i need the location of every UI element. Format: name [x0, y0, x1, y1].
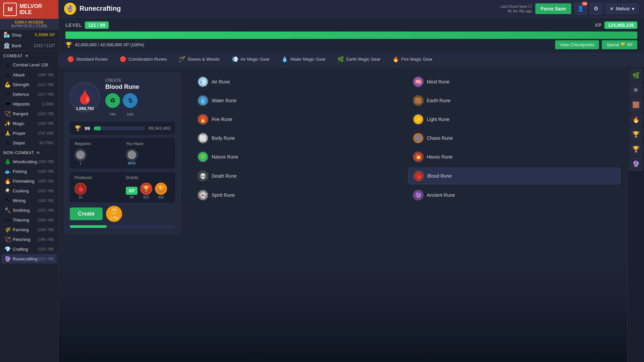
- xp-label: XP: [595, 22, 602, 28]
- rune-item-chaos-rune[interactable]: 🌀 Chaos Rune: [408, 130, 621, 146]
- settings-button[interactable]: ⚙: [590, 3, 602, 15]
- right-sidebar-btn-trophy2[interactable]: 🏆: [629, 142, 643, 156]
- sidebar-item-mining[interactable]: ⛏ Mining (126 / 99): [1, 196, 57, 205]
- user-menu-button[interactable]: ✕ Melvor ▾: [605, 4, 639, 14]
- right-sidebar-btn-earth[interactable]: 🟫: [629, 98, 643, 112]
- rune-item-fire-rune[interactable]: 🔥 Fire Rune: [193, 111, 406, 127]
- sidebar-item-runecrafting[interactable]: 🔮 Runecrafting (121 / 99): [1, 254, 57, 263]
- rune-name: Fire Rune: [212, 117, 232, 122]
- rune-icon: 💧: [198, 95, 208, 106]
- sidebar-item-defence[interactable]: 🛡 Defence (117 / 99): [1, 89, 57, 99]
- rune-name: Chaos Rune: [427, 135, 453, 141]
- rune-item-havoc-rune[interactable]: 💥 Havoc Rune: [408, 149, 621, 165]
- bank-slots: 1112 / 1127: [34, 43, 55, 48]
- skill-icon: ⚔: [5, 140, 11, 146]
- tab-staves-&-wands[interactable]: 🪄 Staves & Wands: [173, 53, 225, 67]
- tab-combination-runes[interactable]: 🔴 Combination Runes: [114, 53, 172, 67]
- version-label: ALPHA V0.22.1 (71183): [3, 24, 56, 28]
- skill-label: Farming: [13, 227, 29, 232]
- skill-levels: (732,195): [38, 131, 54, 135]
- right-sidebar-btn-trophy[interactable]: 🏆: [629, 127, 643, 141]
- rune-item-light-rune[interactable]: ✨ Light Rune: [408, 111, 621, 127]
- right-sidebar-btn-fire[interactable]: 🔥: [629, 113, 643, 127]
- skill-icon: 🗝: [5, 217, 11, 223]
- sidebar-item-firemaking[interactable]: 🔥 Firemaking (109 / 99): [1, 176, 57, 186]
- skill-icon: 🔮: [5, 256, 11, 262]
- right-sidebar-btn-ice[interactable]: ❄: [629, 83, 643, 97]
- notifications-button[interactable]: 👤 18: [575, 3, 587, 15]
- skill-levels: (131 / 99): [38, 208, 54, 212]
- skill-levels: (140 / 99): [38, 228, 54, 232]
- sidebar-item-bank[interactable]: 🏦 Bank 1112 / 1127: [0, 40, 58, 51]
- skill-levels: (125 / 99): [38, 169, 54, 173]
- create-button[interactable]: Create: [70, 207, 103, 220]
- tab-icon: 🔴: [67, 56, 74, 62]
- sidebar-item-combat-level[interactable]: ⚔ Combat Level 126: [1, 60, 57, 69]
- rune-item-earth-rune[interactable]: 🟫 Earth Rune: [408, 93, 621, 109]
- you-have-item[interactable]: 997K: [126, 149, 138, 165]
- grant-trophy2-icon: 🏆: [155, 183, 167, 195]
- sidebar-item-thieving[interactable]: 🗝 Thieving (109 / 99): [1, 215, 57, 225]
- tab-air-magic-gear[interactable]: 💨 Air Magic Gear: [226, 53, 275, 67]
- req-item[interactable]: 1: [74, 149, 87, 165]
- recycle-pct: 74%: [109, 113, 116, 116]
- sidebar-item-smithing[interactable]: 🔨 Smithing (131 / 99): [1, 205, 57, 215]
- combat-visibility-toggle[interactable]: 👁: [25, 54, 29, 58]
- sidebar-item-magic[interactable]: ✨ Magic (118 / 99): [1, 119, 57, 128]
- arrows-button[interactable]: ⇅: [123, 93, 138, 108]
- sidebar-item-crafting[interactable]: 💎 Crafting (120 / 99): [1, 244, 57, 254]
- create-timer-button[interactable]: ⏱ 1.70s: [106, 206, 122, 222]
- craft-item-count: 1,066,793: [76, 106, 94, 111]
- sidebar-item-cooking[interactable]: 🍳 Cooking (122 / 99): [1, 186, 57, 195]
- view-checkpoints-button[interactable]: View Checkpoints: [555, 40, 599, 49]
- craft-item-icon: 🩸: [76, 89, 93, 105]
- sidebar-item-hitpoints[interactable]: ❤ Hitpoints (1,000): [1, 99, 57, 109]
- sidebar-item-woodcutting[interactable]: 🌲 Woodcutting (134 / 99): [1, 157, 57, 166]
- logo[interactable]: M: [3, 3, 17, 16]
- rune-item-air-rune[interactable]: 💨 Air Rune: [193, 74, 406, 90]
- early-access-label: EARLY ACCESS: [3, 20, 56, 24]
- shop-label: Shop: [11, 33, 21, 38]
- skill-icon: ⛏: [5, 197, 11, 203]
- tab-earth-magic-gear[interactable]: 🌿 Earth Magic Gear: [332, 53, 386, 67]
- tab-label: Earth Magic Gear: [346, 57, 380, 62]
- skill-header: LEVEL 121 / 99 XP 124,969,106 🏆 42,000,0…: [59, 17, 644, 53]
- spend-xp-button[interactable]: Spend 🏆 XP: [602, 40, 637, 49]
- rune-item-water-rune[interactable]: 💧 Water Rune: [193, 93, 406, 109]
- rune-item-blood-rune[interactable]: 🩸 Blood Rune: [408, 168, 621, 184]
- sidebar-item-slayer[interactable]: ⚔ Slayer (6,775K): [1, 138, 57, 147]
- sidebar-item-attack[interactable]: ⚔ Attack (108 / 99): [1, 70, 57, 79]
- rune-item-mind-rune[interactable]: 🧠 Mind Rune: [408, 74, 621, 90]
- requires-label: Requires:: [74, 141, 119, 146]
- sidebar-item-shop[interactable]: 🏪 Shop 9,399M GP: [0, 29, 58, 40]
- level-label: LEVEL: [65, 22, 82, 28]
- tab-standard-runes[interactable]: 🔴 Standard Runes: [62, 53, 113, 67]
- sidebar-item-fishing[interactable]: 🐟 Fishing (125 / 99): [1, 167, 57, 176]
- skill-levels: (108 / 99): [38, 73, 54, 77]
- rune-item-spirit-rune[interactable]: 👻 Spirit Rune: [193, 187, 406, 203]
- produce-item: 🩸 16: [74, 183, 87, 199]
- craft-qty-bar-fill: [94, 126, 101, 130]
- right-sidebar-btn-rune[interactable]: 🔮: [629, 157, 643, 171]
- recycle-button[interactable]: ♻: [105, 93, 120, 108]
- tab-water-magic-gear[interactable]: 💧 Water Magic Gear: [276, 53, 331, 67]
- noncombat-visibility-toggle[interactable]: 👁: [36, 150, 40, 155]
- skill-levels: (6,775K): [40, 141, 54, 145]
- sidebar-item-strength[interactable]: 💪 Strength (112 / 99): [1, 80, 57, 89]
- sidebar-item-ranged[interactable]: 🏹 Ranged (123 / 99): [1, 109, 57, 118]
- rune-item-nature-rune[interactable]: 🍀 Nature Rune: [193, 149, 406, 165]
- sidebar-item-fletching[interactable]: 🏹 Fletching (140 / 99): [1, 235, 57, 244]
- skill-icon: 🏹: [5, 236, 11, 242]
- right-sidebar-btn-nature[interactable]: 🌿: [629, 68, 643, 82]
- rune-item-ancient-rune[interactable]: 🔮 Ancient Rune: [408, 187, 621, 203]
- skill-levels: (140 / 99): [38, 237, 54, 241]
- sidebar-item-farming[interactable]: 🌾 Farming (140 / 99): [1, 225, 57, 234]
- rune-name: Nature Rune: [212, 154, 238, 160]
- sidebar-item-prayer[interactable]: 🙏 Prayer (732,195): [1, 128, 57, 138]
- craft-action-fill: [70, 225, 107, 228]
- rune-item-body-rune[interactable]: ⬜ Body Rune: [193, 130, 406, 146]
- tab-fire-magic-gear[interactable]: 🔥 Fire Magic Gear: [387, 53, 438, 67]
- rune-item-death-rune[interactable]: 💀 Death Rune: [193, 168, 406, 184]
- force-save-button[interactable]: Force Save: [535, 3, 571, 14]
- main-content: 🔮 Runecrafting Last Cloud Save ⓘ 0h 3m 4…: [59, 0, 644, 362]
